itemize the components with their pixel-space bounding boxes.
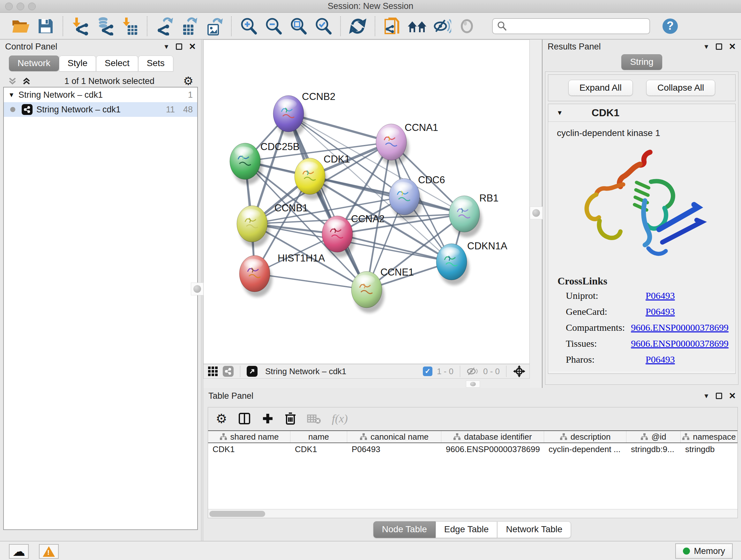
column-header-name[interactable]: name (290, 431, 347, 442)
collection-expander-icon[interactable]: ▼ (8, 91, 15, 99)
tab-sets[interactable]: Sets (138, 56, 173, 71)
table-cell[interactable]: cyclin-dependent ... (544, 443, 626, 456)
crosslink-link[interactable]: P06493 (646, 306, 675, 317)
search-field[interactable] (492, 18, 650, 34)
function-builder-icon[interactable]: f(x) (332, 412, 348, 425)
import-network-from-database-button[interactable] (92, 15, 118, 37)
crosslink-link[interactable]: P06493 (646, 354, 675, 365)
float-panel-icon[interactable] (716, 393, 722, 399)
node-HIST1H1A[interactable] (239, 255, 272, 297)
tab-edge-table[interactable]: Edge Table (435, 521, 497, 538)
close-panel-icon[interactable]: ✕ (189, 42, 196, 52)
share-document-button[interactable] (380, 15, 405, 37)
main-toolbar: ? (0, 13, 741, 40)
network-row[interactable]: String Network – cdk1 11 48 (4, 102, 197, 117)
birdseye-grid-icon[interactable] (207, 366, 218, 377)
hidden-eye-icon[interactable] (467, 367, 479, 376)
selected-nodes-checkbox[interactable]: ✓ (423, 367, 432, 376)
node-CCNA2[interactable] (322, 216, 355, 257)
table-cell[interactable]: stringdb:9... (626, 443, 681, 456)
expand-all-icon[interactable] (22, 76, 31, 86)
column-header-database-identifier[interactable]: database identifier (441, 431, 544, 442)
table-cell[interactable]: 9606.ENSP00000378699 (441, 443, 544, 456)
table-cell[interactable]: stringdb (681, 443, 738, 456)
node-table[interactable]: shared namenamecanonical namedatabase id… (208, 430, 738, 509)
tab-node-table[interactable]: Node Table (374, 521, 435, 538)
close-panel-icon[interactable]: ✕ (729, 42, 736, 52)
collapse-all-button[interactable]: Collapse All (646, 80, 715, 96)
node-CDKN1A[interactable] (436, 244, 469, 285)
string-home-button[interactable] (405, 15, 429, 37)
network-options-gear-icon[interactable]: ⚙ (183, 74, 193, 88)
save-session-button[interactable] (33, 15, 58, 37)
column-header-namespace[interactable]: namespace (681, 431, 738, 442)
show-columns-icon[interactable] (238, 412, 251, 425)
crosslink-link[interactable]: 9606.ENSP00000378699 (631, 338, 729, 349)
table-cell[interactable]: CDK1 (290, 443, 347, 456)
crosslink-link[interactable]: P06493 (646, 290, 675, 301)
zoom-selected-button[interactable] (311, 15, 336, 37)
cloud-status-button[interactable]: ☁ (9, 544, 29, 559)
tab-string[interactable]: String (621, 54, 662, 70)
close-panel-icon[interactable]: ✕ (729, 391, 736, 401)
column-header-canonical-name[interactable]: canonical name (347, 431, 441, 442)
export-image-button[interactable] (202, 15, 226, 37)
section-expander-icon[interactable]: ▼ (556, 109, 563, 117)
pan-move-icon[interactable] (513, 365, 526, 378)
open-in-window-icon[interactable] (247, 366, 258, 377)
table-cell[interactable]: CDK1 (208, 443, 290, 456)
collapse-all-icon[interactable] (8, 76, 17, 86)
node-RB1[interactable] (449, 196, 482, 237)
panel-menu-icon[interactable]: ▼ (163, 43, 170, 51)
node-CDC25B[interactable] (230, 143, 263, 185)
table-cell[interactable]: P06493 (347, 443, 441, 456)
float-panel-icon[interactable] (176, 44, 182, 50)
table-options-gear-icon[interactable]: ⚙ (216, 411, 227, 426)
scrollbar-thumb[interactable] (209, 511, 265, 517)
panel-menu-icon[interactable]: ▼ (703, 43, 710, 51)
zoom-out-button[interactable] (261, 15, 286, 37)
import-network-from-file-button[interactable] (68, 15, 92, 37)
hide-panel-button[interactable] (429, 15, 455, 37)
crosslink-label: Uniprot: (566, 290, 646, 301)
panel-menu-icon[interactable]: ▼ (703, 392, 710, 400)
bottom-splitter-handle[interactable] (466, 381, 480, 388)
network-badge-icon[interactable] (223, 366, 233, 377)
help-button[interactable]: ? (658, 15, 683, 37)
warnings-button[interactable]: ! (39, 544, 59, 559)
column-header-shared-name[interactable]: shared name (208, 431, 290, 442)
zoom-fit-button[interactable] (286, 15, 311, 37)
export-table-button[interactable] (177, 15, 202, 37)
expand-all-button[interactable]: Expand All (568, 80, 633, 96)
tab-style[interactable]: Style (59, 56, 96, 71)
table-horizontal-scrollbar[interactable] (208, 509, 738, 518)
right-splitter-handle[interactable] (530, 206, 542, 219)
refresh-button[interactable] (345, 15, 370, 37)
open-session-button[interactable] (8, 15, 33, 37)
left-splitter-handle[interactable] (191, 283, 204, 295)
network-canvas[interactable]: CCNB2CCNA1CDC25BCDK1CDC6RB1CCNB1CCNA2CDK… (203, 40, 530, 364)
import-table-from-file-button[interactable] (118, 15, 142, 37)
column-header--id[interactable]: @id (626, 431, 681, 442)
table-row[interactable]: CDK1CDK1P064939606.ENSP00000378699cyclin… (208, 443, 738, 456)
search-input[interactable] (508, 21, 642, 31)
crosslink-link[interactable]: 9606.ENSP00000378699 (631, 322, 729, 333)
zoom-in-button[interactable] (236, 15, 261, 37)
add-column-icon[interactable] (262, 413, 274, 425)
tab-network-table[interactable]: Network Table (497, 521, 571, 538)
node-CDC6[interactable] (389, 179, 422, 220)
network-collection-row[interactable]: ▼ String Network – cdk1 1 (4, 87, 197, 102)
tab-network[interactable]: Network (9, 56, 59, 71)
tab-select[interactable]: Select (96, 56, 138, 71)
float-panel-icon[interactable] (716, 44, 722, 50)
network-graph[interactable]: CCNB2CCNA1CDC25BCDK1CDC6RB1CCNB1CCNA2CDK… (204, 40, 529, 364)
delete-trash-icon[interactable] (285, 412, 296, 425)
node-CCNE1[interactable] (351, 271, 384, 313)
export-network-button[interactable] (152, 15, 177, 37)
delete-table-icon[interactable] (307, 413, 321, 424)
node-CCNB2[interactable] (273, 96, 306, 137)
show-panel-button[interactable] (455, 15, 479, 37)
protein-section-header[interactable]: ▼ CDK1 (548, 104, 735, 122)
memory-button[interactable]: Memory (675, 543, 733, 559)
column-header-description[interactable]: description (544, 431, 626, 442)
